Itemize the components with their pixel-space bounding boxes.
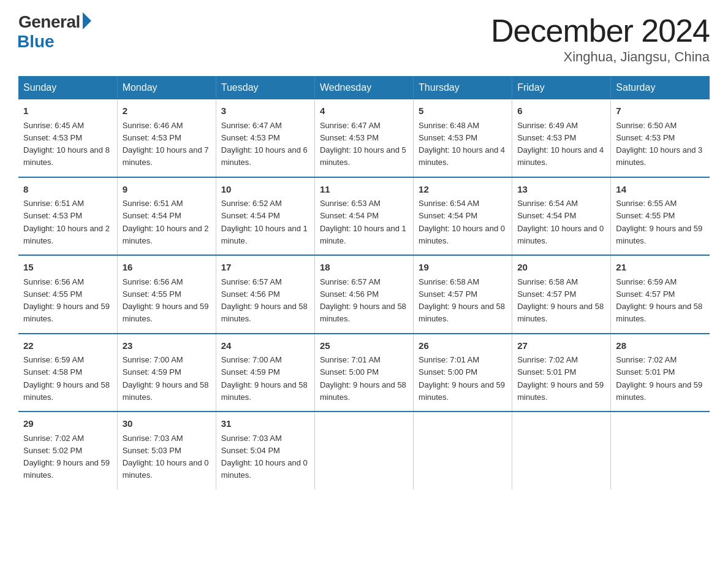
calendar-cell: 14Sunrise: 6:55 AMSunset: 4:55 PMDayligh…: [611, 177, 710, 256]
day-info: Sunrise: 6:52 AMSunset: 4:54 PMDaylight:…: [221, 199, 308, 245]
day-header-wednesday: Wednesday: [314, 76, 413, 99]
day-number: 26: [419, 339, 507, 353]
calendar-cell: 7Sunrise: 6:50 AMSunset: 4:53 PMDaylight…: [611, 99, 710, 177]
day-number: 21: [616, 261, 705, 275]
day-info: Sunrise: 6:54 AMSunset: 4:54 PMDaylight:…: [419, 199, 505, 245]
day-info: Sunrise: 6:53 AMSunset: 4:54 PMDaylight:…: [320, 199, 406, 245]
day-header-monday: Monday: [117, 76, 216, 99]
day-number: 24: [221, 339, 309, 353]
calendar-cell: 15Sunrise: 6:56 AMSunset: 4:55 PMDayligh…: [18, 255, 117, 334]
week-row-4: 22Sunrise: 6:59 AMSunset: 4:58 PMDayligh…: [18, 334, 710, 412]
calendar-cell: 16Sunrise: 6:56 AMSunset: 4:55 PMDayligh…: [117, 255, 216, 334]
week-row-2: 8Sunrise: 6:51 AMSunset: 4:53 PMDaylight…: [18, 177, 710, 256]
week-row-3: 15Sunrise: 6:56 AMSunset: 4:55 PMDayligh…: [18, 255, 710, 334]
calendar-cell: 4Sunrise: 6:47 AMSunset: 4:53 PMDaylight…: [314, 99, 413, 177]
day-header-sunday: Sunday: [18, 76, 117, 99]
day-info: Sunrise: 7:01 AMSunset: 5:00 PMDaylight:…: [320, 355, 406, 402]
day-header-tuesday: Tuesday: [216, 76, 314, 99]
day-number: 6: [517, 104, 605, 118]
day-info: Sunrise: 7:02 AMSunset: 5:02 PMDaylight:…: [23, 434, 110, 480]
day-info: Sunrise: 7:00 AMSunset: 4:59 PMDaylight:…: [221, 355, 308, 402]
calendar-cell: 3Sunrise: 6:47 AMSunset: 4:53 PMDaylight…: [216, 99, 314, 177]
calendar-cell: 11Sunrise: 6:53 AMSunset: 4:54 PMDayligh…: [314, 177, 413, 256]
calendar-cell: 28Sunrise: 7:02 AMSunset: 5:01 PMDayligh…: [611, 334, 710, 412]
logo-general-text: General: [18, 12, 80, 32]
day-info: Sunrise: 6:59 AMSunset: 4:57 PMDaylight:…: [616, 277, 702, 324]
day-info: Sunrise: 6:55 AMSunset: 4:55 PMDaylight:…: [616, 199, 702, 245]
day-info: Sunrise: 7:00 AMSunset: 4:59 PMDaylight:…: [123, 355, 209, 402]
logo-blue-text: Blue: [17, 32, 55, 52]
day-info: Sunrise: 6:45 AMSunset: 4:53 PMDaylight:…: [23, 121, 110, 167]
day-number: 9: [123, 183, 211, 197]
day-info: Sunrise: 6:58 AMSunset: 4:57 PMDaylight:…: [419, 277, 505, 324]
calendar-cell: 30Sunrise: 7:03 AMSunset: 5:03 PMDayligh…: [117, 412, 216, 489]
day-number: 19: [419, 261, 507, 275]
day-number: 22: [23, 339, 112, 353]
day-info: Sunrise: 6:49 AMSunset: 4:53 PMDaylight:…: [517, 121, 604, 167]
day-number: 29: [23, 417, 112, 431]
day-number: 23: [123, 339, 211, 353]
page-header: General Blue December 2024 Xinghua, Jian…: [18, 12, 710, 65]
day-info: Sunrise: 6:46 AMSunset: 4:53 PMDaylight:…: [123, 121, 209, 167]
day-number: 7: [616, 104, 705, 118]
calendar-cell: 22Sunrise: 6:59 AMSunset: 4:58 PMDayligh…: [18, 334, 117, 412]
calendar-cell: 31Sunrise: 7:03 AMSunset: 5:04 PMDayligh…: [216, 412, 314, 489]
calendar-cell: [414, 412, 512, 489]
day-info: Sunrise: 6:51 AMSunset: 4:53 PMDaylight:…: [23, 199, 110, 245]
calendar-cell: 20Sunrise: 6:58 AMSunset: 4:57 PMDayligh…: [512, 255, 611, 334]
day-number: 12: [419, 183, 507, 197]
day-headers-row: SundayMondayTuesdayWednesdayThursdayFrid…: [18, 76, 710, 99]
calendar-cell: 17Sunrise: 6:57 AMSunset: 4:56 PMDayligh…: [216, 255, 314, 334]
calendar-cell: 18Sunrise: 6:57 AMSunset: 4:56 PMDayligh…: [314, 255, 413, 334]
day-info: Sunrise: 6:57 AMSunset: 4:56 PMDaylight:…: [320, 277, 406, 324]
title-section: December 2024 Xinghua, Jiangsu, China: [491, 12, 710, 65]
calendar-cell: [512, 412, 611, 489]
day-info: Sunrise: 7:02 AMSunset: 5:01 PMDaylight:…: [517, 355, 604, 402]
day-header-friday: Friday: [512, 76, 611, 99]
day-number: 27: [517, 339, 605, 353]
week-row-1: 1Sunrise: 6:45 AMSunset: 4:53 PMDaylight…: [18, 99, 710, 177]
day-info: Sunrise: 6:56 AMSunset: 4:55 PMDaylight:…: [23, 277, 110, 324]
calendar-cell: [611, 412, 710, 489]
day-info: Sunrise: 6:57 AMSunset: 4:56 PMDaylight:…: [221, 277, 308, 324]
calendar-cell: 24Sunrise: 7:00 AMSunset: 4:59 PMDayligh…: [216, 334, 314, 412]
day-info: Sunrise: 7:03 AMSunset: 5:03 PMDaylight:…: [123, 434, 209, 480]
calendar-title: December 2024: [491, 12, 710, 49]
day-info: Sunrise: 6:58 AMSunset: 4:57 PMDaylight:…: [517, 277, 604, 324]
calendar-cell: 19Sunrise: 6:58 AMSunset: 4:57 PMDayligh…: [414, 255, 512, 334]
calendar-cell: [314, 412, 413, 489]
calendar-cell: 2Sunrise: 6:46 AMSunset: 4:53 PMDaylight…: [117, 99, 216, 177]
day-info: Sunrise: 7:01 AMSunset: 5:00 PMDaylight:…: [419, 355, 505, 402]
calendar-cell: 10Sunrise: 6:52 AMSunset: 4:54 PMDayligh…: [216, 177, 314, 256]
day-header-thursday: Thursday: [414, 76, 512, 99]
day-number: 8: [23, 183, 112, 197]
day-number: 17: [221, 261, 309, 275]
logo: General Blue: [18, 12, 91, 52]
day-number: 14: [616, 183, 705, 197]
calendar-cell: 25Sunrise: 7:01 AMSunset: 5:00 PMDayligh…: [314, 334, 413, 412]
calendar-cell: 23Sunrise: 7:00 AMSunset: 4:59 PMDayligh…: [117, 334, 216, 412]
day-info: Sunrise: 7:02 AMSunset: 5:01 PMDaylight:…: [616, 355, 702, 402]
day-number: 18: [320, 261, 408, 275]
day-number: 13: [517, 183, 605, 197]
day-number: 30: [123, 417, 211, 431]
day-header-saturday: Saturday: [611, 76, 710, 99]
calendar-cell: 29Sunrise: 7:02 AMSunset: 5:02 PMDayligh…: [18, 412, 117, 489]
day-info: Sunrise: 6:47 AMSunset: 4:53 PMDaylight:…: [221, 121, 308, 167]
day-info: Sunrise: 6:54 AMSunset: 4:54 PMDaylight:…: [517, 199, 604, 245]
calendar-cell: 6Sunrise: 6:49 AMSunset: 4:53 PMDaylight…: [512, 99, 611, 177]
day-number: 25: [320, 339, 408, 353]
calendar-cell: 12Sunrise: 6:54 AMSunset: 4:54 PMDayligh…: [414, 177, 512, 256]
calendar-cell: 9Sunrise: 6:51 AMSunset: 4:54 PMDaylight…: [117, 177, 216, 256]
day-info: Sunrise: 7:03 AMSunset: 5:04 PMDaylight:…: [221, 434, 308, 480]
day-number: 16: [123, 261, 211, 275]
calendar-subtitle: Xinghua, Jiangsu, China: [491, 49, 710, 65]
day-number: 31: [221, 417, 309, 431]
day-info: Sunrise: 6:47 AMSunset: 4:53 PMDaylight:…: [320, 121, 406, 167]
day-number: 2: [123, 104, 211, 118]
calendar-cell: 5Sunrise: 6:48 AMSunset: 4:53 PMDaylight…: [414, 99, 512, 177]
day-info: Sunrise: 6:56 AMSunset: 4:55 PMDaylight:…: [123, 277, 209, 324]
day-number: 1: [23, 104, 112, 118]
calendar-cell: 13Sunrise: 6:54 AMSunset: 4:54 PMDayligh…: [512, 177, 611, 256]
logo-triangle-icon: [83, 12, 91, 29]
